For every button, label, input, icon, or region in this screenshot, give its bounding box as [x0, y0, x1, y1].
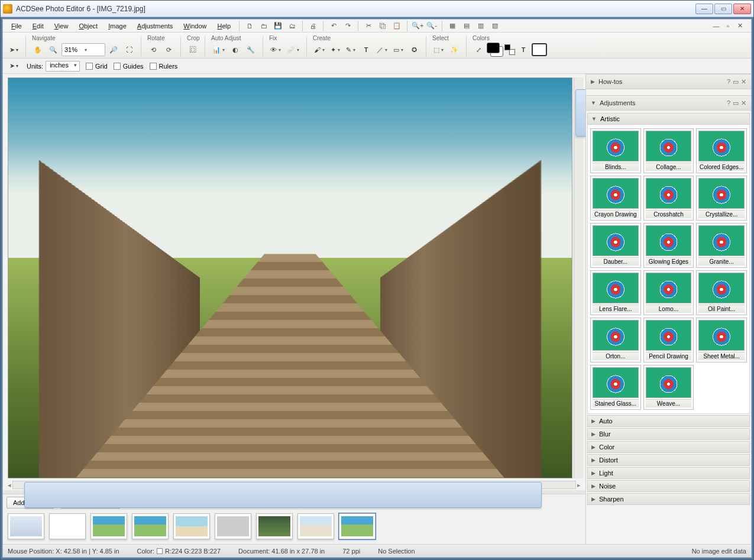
- pointer-tool-2[interactable]: ➤▾: [7, 59, 21, 73]
- zoom-fit-icon[interactable]: 🔎: [106, 43, 121, 57]
- cascade-icon[interactable]: ▧: [488, 20, 501, 32]
- rotate-right-icon[interactable]: ⟳: [161, 43, 176, 57]
- rect-icon[interactable]: ▭: [391, 43, 406, 57]
- undo-icon[interactable]: ↶: [327, 20, 340, 32]
- default-fg-swatch[interactable]: [504, 44, 510, 50]
- text-tool-icon[interactable]: T: [359, 43, 373, 57]
- adjust-panel-header[interactable]: ▼ Adjustments ?▭✕: [586, 95, 751, 111]
- effect-item[interactable]: Stained Glass...: [590, 365, 641, 410]
- units-select[interactable]: inches: [46, 61, 80, 72]
- minimize-button[interactable]: —: [695, 4, 713, 14]
- tile-v-icon[interactable]: ▥: [474, 20, 487, 32]
- scroll-right-icon[interactable]: ▸: [576, 481, 581, 489]
- thumbnail-item[interactable]: [215, 513, 251, 539]
- save-all-icon[interactable]: 🗂: [286, 20, 299, 32]
- effect-item[interactable]: Blinds...: [590, 128, 641, 173]
- zoom-out-icon[interactable]: 🔍-: [425, 20, 438, 32]
- effect-item[interactable]: Sheet Metal...: [696, 318, 747, 362]
- effect-item[interactable]: Granite...: [696, 223, 747, 268]
- effect-item[interactable]: Glowing Edges: [643, 223, 694, 268]
- scrollbar-thumb[interactable]: [24, 482, 542, 508]
- effect-item[interactable]: Weave...: [643, 365, 694, 410]
- menu-edit[interactable]: Edit: [28, 21, 48, 31]
- zoom-tool-icon[interactable]: 🔍: [46, 43, 60, 57]
- rulers-checkbox[interactable]: Rulers: [150, 63, 178, 70]
- wrench-icon[interactable]: 🔧: [244, 43, 258, 57]
- pin-icon[interactable]: ▭: [733, 99, 739, 107]
- mdi-minimize-button[interactable]: —: [711, 21, 721, 31]
- pin-icon[interactable]: ▭: [733, 78, 739, 86]
- levels-icon[interactable]: ◐: [228, 43, 242, 57]
- scroll-left-icon[interactable]: ◂: [8, 481, 12, 489]
- menu-help[interactable]: Help: [212, 21, 235, 31]
- close-panel-icon[interactable]: ✕: [741, 99, 746, 107]
- open-folder-icon[interactable]: 🗀: [257, 20, 270, 32]
- effect-item[interactable]: Colored Edges...: [696, 128, 747, 173]
- thumbnail-item[interactable]: [297, 513, 334, 539]
- sharpen-header[interactable]: ▶Sharpen: [587, 493, 750, 505]
- effect-item[interactable]: Crosshatch: [643, 176, 694, 221]
- line-icon[interactable]: ／: [374, 43, 390, 57]
- grid-checkbox[interactable]: Grid: [86, 63, 108, 70]
- zoom-actual-icon[interactable]: ⛶: [122, 43, 136, 57]
- effect-item[interactable]: Lens Flare...: [590, 270, 641, 315]
- thumbnail-item[interactable]: [8, 513, 44, 539]
- close-button[interactable]: ✕: [733, 4, 751, 14]
- image-canvas[interactable]: [8, 77, 572, 478]
- effect-item[interactable]: Crayon Drawing: [590, 176, 641, 221]
- close-panel-icon[interactable]: ✕: [741, 78, 746, 86]
- distort-header[interactable]: ▶Distort: [587, 454, 750, 466]
- thumbnail-item[interactable]: [173, 513, 210, 539]
- effect-item[interactable]: Lomo...: [643, 270, 694, 315]
- tile-h-icon[interactable]: ▤: [460, 20, 473, 32]
- save-icon[interactable]: 💾: [271, 20, 284, 32]
- hand-tool-icon[interactable]: ✋: [31, 43, 45, 57]
- shape-icon[interactable]: ✎: [344, 43, 358, 57]
- vertical-scrollbar[interactable]: [574, 77, 583, 478]
- new-file-icon[interactable]: 🗋: [243, 20, 256, 32]
- effect-item[interactable]: Orton...: [590, 318, 641, 362]
- menu-image[interactable]: Image: [103, 21, 131, 31]
- zoom-combo[interactable]: 31%▾: [62, 43, 105, 56]
- star-icon[interactable]: ✪: [407, 43, 421, 57]
- light-header[interactable]: ▶Light: [587, 467, 750, 479]
- effect-item[interactable]: Collage...: [643, 128, 694, 173]
- text-color-icon[interactable]: T: [516, 43, 530, 57]
- thumbnail-item[interactable]: [132, 513, 169, 539]
- copy-icon[interactable]: ⿻: [376, 20, 389, 32]
- help-icon[interactable]: ?: [727, 99, 730, 107]
- maximize-button[interactable]: ▭: [714, 4, 732, 14]
- wand-icon[interactable]: ✨: [447, 43, 461, 57]
- mdi-close-button[interactable]: ✕: [734, 21, 745, 31]
- guides-checkbox[interactable]: Guides: [114, 63, 144, 70]
- pointer-tool[interactable]: ➤▾: [7, 43, 21, 57]
- thumbnail-item[interactable]: [90, 513, 127, 539]
- menu-adjustments[interactable]: Adjustments: [132, 21, 178, 31]
- menu-file[interactable]: File: [7, 21, 27, 31]
- heal-icon[interactable]: 🩹: [284, 43, 302, 57]
- color-header[interactable]: ▶Color: [587, 441, 750, 453]
- noise-header[interactable]: ▶Noise: [587, 480, 750, 492]
- help-icon[interactable]: ?: [727, 78, 730, 86]
- mdi-restore-button[interactable]: ▫: [723, 21, 733, 31]
- effect-item[interactable]: Dauber...: [590, 223, 641, 268]
- crop-tool-icon[interactable]: ⿴: [186, 43, 200, 57]
- rotate-left-icon[interactable]: ⟲: [146, 43, 160, 57]
- thumbnail-item[interactable]: [49, 513, 86, 539]
- thumbnail-item[interactable]: [256, 513, 293, 539]
- howtos-panel-header[interactable]: ▶ How-tos ?▭✕: [586, 74, 751, 89]
- auto-header[interactable]: ▶Auto: [587, 415, 750, 427]
- fg-swatch[interactable]: [487, 43, 500, 53]
- marquee-icon[interactable]: ⬚: [431, 43, 446, 57]
- redo-icon[interactable]: ↷: [341, 20, 354, 32]
- effect-item[interactable]: Oil Paint...: [696, 270, 747, 315]
- fx-icon[interactable]: ✦: [328, 43, 342, 57]
- menu-object[interactable]: Object: [74, 21, 102, 31]
- menu-view[interactable]: View: [50, 21, 73, 31]
- artistic-header[interactable]: ▼Artistic: [587, 113, 750, 125]
- effect-item[interactable]: Pencil Drawing: [643, 318, 694, 362]
- scrollbar-thumb[interactable]: [575, 89, 585, 137]
- eyedropper-icon[interactable]: ⤢: [471, 43, 486, 57]
- cut-icon[interactable]: ✂: [362, 20, 375, 32]
- zoom-in-icon[interactable]: 🔍+: [411, 20, 424, 32]
